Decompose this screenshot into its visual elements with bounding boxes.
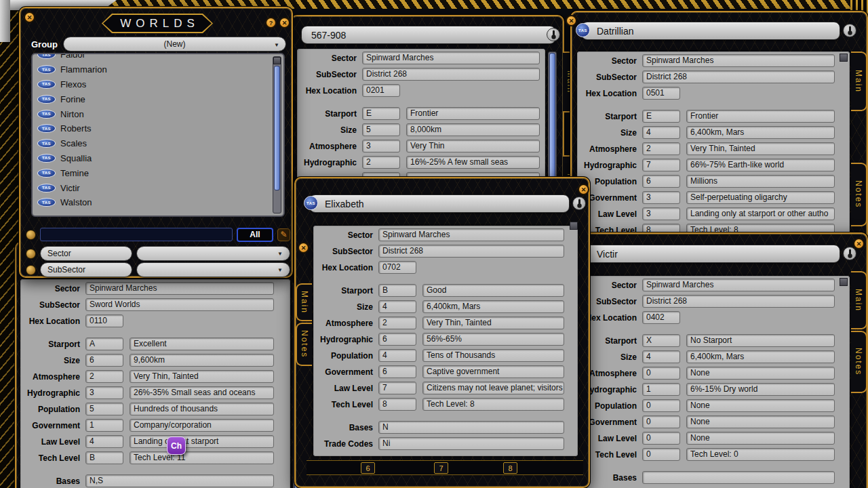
- search-input[interactable]: [40, 228, 233, 241]
- hydrographic-desc-field[interactable]: 56%-65%: [422, 333, 564, 346]
- hex-slider-stop[interactable]: 7: [434, 462, 448, 474]
- atmosphere-desc-field[interactable]: Very Thin: [406, 140, 540, 152]
- hydrographic-desc-field[interactable]: 6%-15% Dry world: [686, 383, 835, 396]
- hex-field[interactable]: 0402: [642, 311, 680, 324]
- close-icon[interactable]: ✕: [298, 242, 309, 253]
- group-select[interactable]: (New) ▼: [63, 37, 286, 52]
- size-desc-field[interactable]: 6,400km, Mars: [422, 300, 564, 313]
- atmosphere-desc-field[interactable]: Very Thin, Tainted: [130, 370, 274, 383]
- atmosphere-code-field[interactable]: 2: [642, 142, 680, 155]
- starport-code-field[interactable]: B: [378, 284, 416, 297]
- population-code-field[interactable]: 0: [642, 399, 680, 412]
- government-code-field[interactable]: 1: [85, 419, 123, 432]
- sector-filter[interactable]: Sector: [40, 246, 132, 261]
- law-desc-field[interactable]: None: [686, 432, 835, 445]
- starport-desc-field[interactable]: Frontier: [406, 107, 540, 120]
- population-desc-field[interactable]: None: [686, 399, 835, 412]
- tech-desc-field[interactable]: Tech Level: 8: [422, 398, 564, 411]
- government-code-field[interactable]: 6: [378, 365, 416, 378]
- thermometer-icon[interactable]: [843, 247, 856, 260]
- law-desc-field[interactable]: Landing only at starport: [130, 435, 274, 448]
- starport-code-field[interactable]: E: [642, 110, 680, 123]
- window-title-field[interactable]: Elixabeth: [309, 195, 570, 213]
- starport-desc-field[interactable]: Excellent: [130, 338, 274, 350]
- size-code-field[interactable]: 6: [85, 354, 123, 367]
- government-code-field[interactable]: 0: [642, 415, 680, 428]
- list-item[interactable]: TASScales: [35, 136, 269, 151]
- window-title-field[interactable]: Victir: [581, 245, 840, 263]
- hydrographic-code-field[interactable]: 2: [362, 156, 400, 169]
- sector-filter-value[interactable]: ▼: [136, 246, 290, 261]
- atmosphere-desc-field[interactable]: Very Thin, Tainted: [686, 142, 835, 155]
- population-desc-field[interactable]: Hundreds of thousands: [130, 403, 274, 415]
- hydrographic-desc-field[interactable]: 26%-35% Small seas and oceans: [130, 386, 274, 399]
- law-code-field[interactable]: 7: [378, 382, 416, 394]
- bases-field[interactable]: N,S: [85, 474, 274, 487]
- atmosphere-code-field[interactable]: 2: [378, 317, 416, 329]
- starport-code-field[interactable]: A: [85, 338, 123, 350]
- subsector-field[interactable]: District 268: [642, 295, 835, 308]
- size-code-field[interactable]: 4: [642, 126, 680, 139]
- tech-code-field[interactable]: 8: [378, 398, 416, 411]
- trade-codes-field[interactable]: Ni: [378, 437, 564, 450]
- law-desc-field[interactable]: Landing only at starport or other autho: [686, 207, 835, 220]
- sector-field[interactable]: Spinward Marches: [642, 54, 835, 67]
- size-code-field[interactable]: 4: [378, 300, 416, 313]
- tech-code-field[interactable]: 0: [642, 448, 680, 461]
- government-code-field[interactable]: 3: [642, 191, 680, 204]
- size-desc-field[interactable]: 9,600km: [130, 354, 274, 367]
- population-code-field[interactable]: 6: [642, 175, 680, 188]
- hydrographic-desc-field[interactable]: 66%-75% Earth-like world: [686, 159, 835, 171]
- government-desc-field[interactable]: None: [686, 415, 835, 428]
- hex-field[interactable]: 0702: [378, 261, 416, 274]
- tech-desc-field[interactable]: Tech Level: 0: [686, 448, 835, 461]
- bases-field[interactable]: N: [378, 421, 564, 434]
- window-title-field[interactable]: Datrillian: [581, 22, 840, 40]
- subsector-field[interactable]: District 268: [378, 245, 564, 258]
- law-code-field[interactable]: 0: [642, 432, 680, 445]
- scrollbar-thumb[interactable]: [274, 66, 280, 190]
- tab-main[interactable]: Main: [296, 283, 312, 321]
- hex-slider-stop[interactable]: 8: [503, 462, 517, 474]
- atmosphere-desc-field[interactable]: None: [686, 367, 835, 380]
- tab-main[interactable]: Main: [851, 271, 867, 329]
- bases-field[interactable]: [642, 471, 835, 484]
- subsector-field[interactable]: Sword Worlds: [85, 298, 274, 311]
- size-code-field[interactable]: 5: [362, 123, 400, 136]
- atmosphere-desc-field[interactable]: Very Thin, Tainted: [422, 317, 564, 329]
- starport-desc-field[interactable]: No Starport: [686, 334, 835, 347]
- starport-desc-field[interactable]: Frontier: [686, 110, 835, 123]
- sector-field[interactable]: Spinward Marches: [362, 52, 540, 64]
- size-code-field[interactable]: 4: [642, 350, 680, 363]
- hydrographic-desc-field[interactable]: 16%-25% A few small seas: [406, 156, 540, 169]
- starport-code-field[interactable]: X: [642, 334, 680, 347]
- tab-main[interactable]: Main: [851, 52, 867, 111]
- all-button[interactable]: All: [237, 228, 273, 242]
- government-desc-field[interactable]: Captive government: [422, 365, 564, 378]
- list-item[interactable]: TASWalston: [35, 195, 269, 210]
- tech-desc-field[interactable]: Tech Level: 11: [130, 451, 274, 464]
- atmosphere-code-field[interactable]: 2: [85, 370, 123, 383]
- starport-desc-field[interactable]: Good: [422, 284, 564, 297]
- help-icon[interactable]: ?: [265, 17, 277, 28]
- sector-field[interactable]: Spinward Marches: [378, 228, 564, 241]
- size-desc-field[interactable]: 6,400km, Mars: [686, 350, 835, 363]
- hex-field[interactable]: 0201: [362, 84, 400, 97]
- tech-code-field[interactable]: B: [85, 451, 123, 464]
- hydrographic-code-field[interactable]: 7: [642, 159, 680, 171]
- thermometer-icon[interactable]: [572, 197, 586, 210]
- close-icon[interactable]: ✕: [566, 15, 577, 26]
- window-title-field[interactable]: 567-908: [301, 26, 556, 44]
- list-item[interactable]: TASNirton: [35, 106, 269, 121]
- close-icon[interactable]: ✕: [279, 17, 290, 28]
- tab-notes[interactable]: Notes: [851, 331, 867, 393]
- list-item[interactable]: TASFaldor: [35, 53, 269, 62]
- population-code-field[interactable]: 5: [85, 403, 123, 415]
- size-desc-field[interactable]: 8,000km: [406, 123, 540, 136]
- list-item[interactable]: TASForine: [35, 92, 269, 106]
- sector-field[interactable]: Spinward Marches: [642, 279, 835, 291]
- close-icon[interactable]: ✕: [578, 184, 589, 195]
- subsector-filter-value[interactable]: ▼: [136, 262, 290, 277]
- scroll-button[interactable]: [840, 54, 848, 62]
- starport-code-field[interactable]: E: [362, 107, 400, 120]
